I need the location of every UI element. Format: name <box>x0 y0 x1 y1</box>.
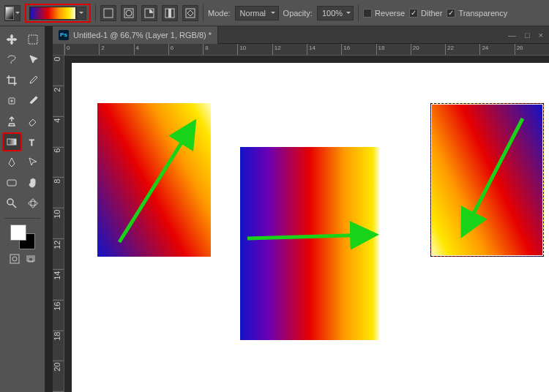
quick-selection-tool[interactable] <box>24 51 42 69</box>
ruler-v-tick: 10 <box>53 208 64 239</box>
divider <box>358 4 359 22</box>
tool-preset-picker[interactable] <box>4 5 20 21</box>
gradient-type-linear-button[interactable] <box>100 5 116 21</box>
document-canvas[interactable] <box>72 63 549 392</box>
document-area: Ps Untitled-1 @ 66,7% (Layer 1, RGB/8) *… <box>53 26 549 392</box>
divider <box>95 4 96 22</box>
divider <box>203 4 203 22</box>
path-selection-tool[interactable] <box>24 154 42 171</box>
ruler-h-tick: 2 <box>99 44 133 55</box>
ruler-h-tick: 18 <box>376 44 411 55</box>
gradient-tool[interactable] <box>3 133 21 151</box>
ruler-v-tick: 6 <box>53 147 64 178</box>
dither-checkbox-wrap[interactable]: Dither <box>409 9 442 18</box>
quick-mask-toggle[interactable] <box>8 252 21 265</box>
document-tab-title: Untitled-1 @ 66,7% (Layer 1, RGB/8) * <box>73 31 212 39</box>
close-button[interactable]: × <box>539 31 543 39</box>
ruler-h-tick: 16 <box>341 44 376 55</box>
svg-rect-12 <box>7 180 16 186</box>
move-tool[interactable] <box>3 31 21 48</box>
horizontal-ruler[interactable]: 02468101214161820222426 <box>64 44 549 56</box>
svg-line-21 <box>247 235 372 238</box>
3d-tool[interactable] <box>24 195 42 212</box>
reverse-checkbox-wrap[interactable]: Reverse <box>363 9 405 18</box>
svg-rect-16 <box>10 255 19 263</box>
ruler-v-tick: 14 <box>53 270 64 301</box>
ruler-h-tick: 8 <box>203 44 237 55</box>
spot-healing-brush-tool[interactable] <box>3 92 21 110</box>
ruler-corner <box>53 44 64 56</box>
ruler-v-tick: 0 <box>53 56 64 86</box>
canvas-viewport[interactable] <box>64 56 549 392</box>
transparency-checkbox[interactable] <box>447 9 455 18</box>
ruler-h-tick: 4 <box>134 44 168 55</box>
mode-select[interactable]: Normal <box>235 6 279 20</box>
svg-line-22 <box>464 118 523 232</box>
brush-tool[interactable] <box>24 92 42 110</box>
tool-preset-swatch <box>5 7 14 20</box>
photoshop-badge-icon: Ps <box>59 30 69 40</box>
ruler-h-tick: 12 <box>272 44 307 55</box>
gradient-picker-highlight <box>25 4 91 23</box>
ruler-h-tick: 10 <box>237 44 272 55</box>
gradient-type-reflected-button[interactable] <box>162 5 178 21</box>
svg-rect-10 <box>7 139 16 145</box>
gradient-swatch[interactable] <box>29 7 76 20</box>
color-swatches[interactable] <box>10 225 35 249</box>
reverse-checkbox[interactable] <box>363 9 372 18</box>
clone-stamp-tool[interactable] <box>3 113 21 130</box>
rectangle-shape-tool[interactable] <box>3 174 21 192</box>
opacity-value-text: 100% <box>322 9 343 18</box>
gradient-rect-2 <box>240 147 379 340</box>
opacity-input[interactable]: 100% <box>317 6 354 20</box>
svg-rect-8 <box>29 35 37 44</box>
horizontal-ruler-row: 02468101214161820222426 <box>53 44 549 56</box>
tools-panel: T <box>0 26 45 392</box>
ruler-v-tick: 8 <box>53 178 64 208</box>
ruler-v-tick: 20 <box>53 361 64 392</box>
vertical-ruler[interactable]: 02468101214161820 <box>53 56 64 392</box>
left-gutter <box>45 26 53 392</box>
eyedropper-tool[interactable] <box>24 72 42 89</box>
lasso-tool[interactable] <box>3 51 21 69</box>
zoom-tool[interactable] <box>3 195 21 212</box>
eraser-tool[interactable] <box>24 113 42 130</box>
crop-tool[interactable] <box>3 72 21 89</box>
ruler-h-tick: 6 <box>168 44 203 55</box>
pen-tool[interactable] <box>3 154 21 171</box>
hand-tool[interactable] <box>24 174 42 192</box>
ruler-h-tick: 22 <box>445 44 479 55</box>
gradient-type-diamond-button[interactable] <box>182 5 198 21</box>
canvas-row: 02468101214161820 <box>53 56 549 392</box>
minimize-button[interactable]: — <box>508 31 516 39</box>
svg-rect-0 <box>104 9 113 18</box>
type-tool[interactable]: T <box>24 133 42 151</box>
svg-point-3 <box>126 10 132 16</box>
screen-mode-toggle[interactable] <box>24 252 37 265</box>
svg-line-20 <box>119 125 193 242</box>
maximize-button[interactable]: □ <box>525 31 530 39</box>
document-tab[interactable]: Ps Untitled-1 @ 66,7% (Layer 1, RGB/8) * <box>53 26 218 44</box>
dither-checkbox[interactable] <box>409 9 418 18</box>
ruler-h-tick: 0 <box>64 44 99 55</box>
ruler-h-tick: 26 <box>515 44 549 55</box>
gradient-type-angle-button[interactable] <box>141 5 157 21</box>
gradient-type-radial-button[interactable] <box>121 5 137 21</box>
svg-point-15 <box>31 199 35 208</box>
svg-point-17 <box>12 257 17 261</box>
foreground-color-swatch[interactable] <box>10 225 26 241</box>
ruler-h-tick: 24 <box>479 44 514 55</box>
rectangular-marquee-tool[interactable] <box>24 31 42 48</box>
reverse-label: Reverse <box>375 9 405 18</box>
gradient-rect-3-selected <box>430 103 544 257</box>
svg-text:T: T <box>29 138 34 147</box>
ruler-v-tick: 18 <box>53 331 64 361</box>
ruler-v-tick: 16 <box>53 301 64 331</box>
document-tab-bar: Ps Untitled-1 @ 66,7% (Layer 1, RGB/8) *… <box>53 26 549 44</box>
gradient-rect-1 <box>97 103 211 257</box>
ruler-h-tick: 14 <box>307 44 341 55</box>
transparency-checkbox-wrap[interactable]: Transparency <box>447 9 507 18</box>
svg-point-13 <box>7 199 13 205</box>
gradient-dropdown-button[interactable] <box>76 7 86 20</box>
opacity-label: Opacity: <box>283 9 313 18</box>
